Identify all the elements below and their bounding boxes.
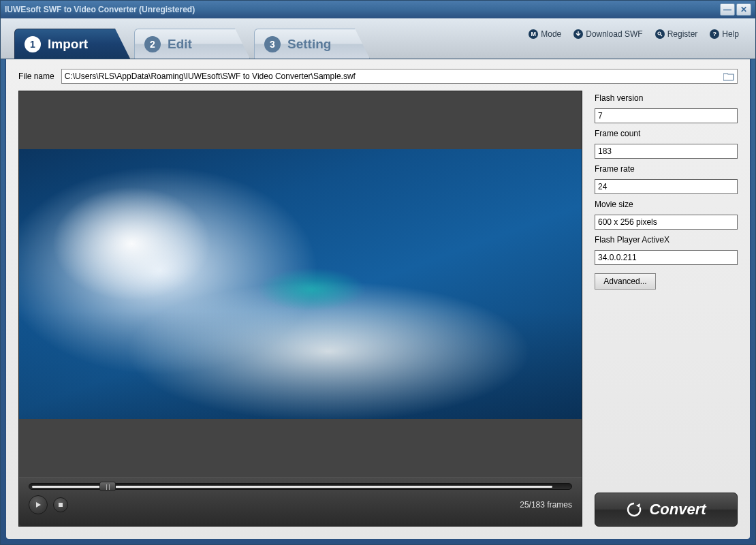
file-row: File name C:\Users\RLS\AppData\Roaming\I…	[18, 69, 738, 84]
movie-size-label: Movie size	[595, 200, 738, 209]
advanced-button[interactable]: Advanced...	[595, 273, 656, 290]
content-area: File name C:\Users\RLS\AppData\Roaming\I…	[5, 59, 751, 540]
flash-version-field[interactable]	[595, 108, 738, 123]
seek-thumb[interactable]	[99, 482, 116, 491]
file-name-label: File name	[18, 72, 54, 81]
register-label: Register	[667, 29, 698, 39]
tab-label: Edit	[168, 37, 192, 52]
convert-icon	[626, 501, 642, 518]
stop-button[interactable]	[53, 497, 68, 512]
play-button[interactable]	[29, 495, 48, 514]
tab-label: Setting	[287, 37, 331, 52]
convert-button[interactable]: Convert	[595, 493, 738, 527]
app-window: IUWEsoft SWF to Video Converter (Unregis…	[0, 0, 756, 545]
window-title: IUWEsoft SWF to Video Converter (Unregis…	[5, 5, 195, 14]
tab-number-icon: 3	[264, 36, 281, 52]
key-icon	[655, 29, 665, 39]
minimize-button[interactable]: —	[720, 3, 735, 16]
activex-label: Flash Player ActiveX	[595, 235, 738, 245]
tab-import[interactable]: 1 Import	[14, 29, 130, 59]
activex-field[interactable]	[595, 250, 738, 265]
tab-setting[interactable]: 3 Setting	[254, 29, 370, 59]
tab-number-icon: 1	[25, 36, 41, 52]
video-frame-image	[19, 149, 582, 419]
register-button[interactable]: Register	[655, 29, 698, 39]
video-area	[19, 91, 582, 477]
seek-bar[interactable]	[29, 483, 572, 490]
svg-point-0	[658, 32, 661, 35]
mode-label: Mode	[541, 29, 561, 39]
main-row: 25/183 frames Flash version Frame count …	[18, 91, 738, 527]
tab-edit[interactable]: 2 Edit	[134, 29, 250, 59]
movie-size-field[interactable]	[595, 215, 738, 230]
player-controls: 25/183 frames	[19, 477, 582, 526]
frame-count-field[interactable]	[595, 144, 738, 159]
browse-icon[interactable]	[723, 72, 734, 81]
preview-player: 25/183 frames	[18, 91, 582, 527]
frame-count-label: Frame count	[595, 129, 738, 138]
flash-version-label: Flash version	[595, 93, 738, 103]
download-swf-button[interactable]: Download SWF	[573, 29, 642, 39]
tab-label: Import	[48, 37, 88, 52]
help-button[interactable]: ? Help	[710, 29, 739, 39]
frame-rate-label: Frame rate	[595, 164, 738, 174]
close-button[interactable]: ✕	[736, 3, 751, 16]
help-label: Help	[722, 29, 739, 39]
titlebar: IUWEsoft SWF to Video Converter (Unregis…	[1, 1, 755, 18]
download-icon	[573, 29, 583, 39]
tab-number-icon: 2	[144, 36, 161, 52]
convert-label: Convert	[649, 501, 706, 518]
info-panel: Flash version Frame count Frame rate Mov…	[595, 91, 738, 527]
file-path-value: C:\Users\RLS\AppData\Roaming\IUWEsoft\SW…	[65, 72, 356, 81]
help-icon: ?	[710, 29, 719, 39]
toolbar-right: M Mode Download SWF Register ? Help	[529, 29, 739, 39]
tabbar: 1 Import 2 Edit 3 Setting M Mode Downloa…	[1, 18, 755, 59]
file-path-input[interactable]: C:\Users\RLS\AppData\Roaming\IUWEsoft\SW…	[61, 69, 738, 84]
frame-counter: 25/183 frames	[520, 500, 572, 510]
mode-icon: M	[529, 29, 538, 39]
frame-rate-field[interactable]	[595, 179, 738, 194]
svg-rect-1	[59, 503, 63, 507]
download-label: Download SWF	[586, 29, 642, 39]
mode-button[interactable]: M Mode	[529, 29, 561, 39]
